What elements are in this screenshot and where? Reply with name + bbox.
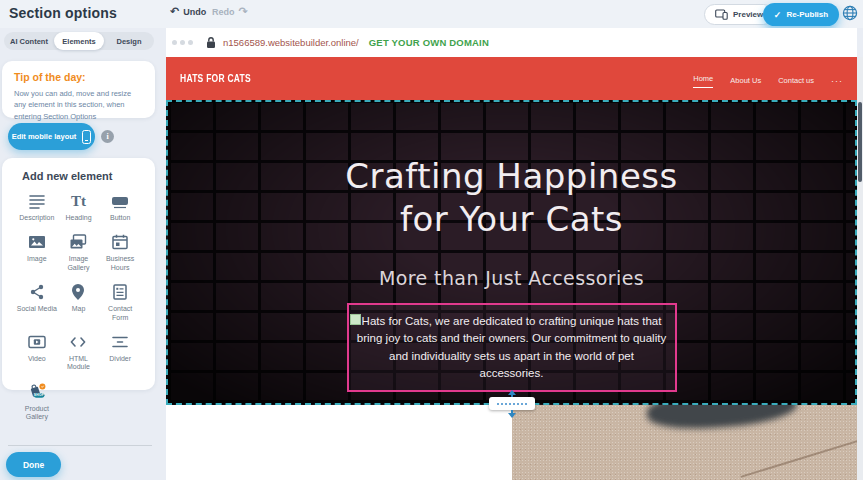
- page-title: Section options: [9, 5, 117, 21]
- element-grid: Description Tt Heading Button Ima: [16, 188, 141, 425]
- site-preview-frame: n1566589.websitebuilder.online/ GET YOUR…: [166, 28, 857, 480]
- republish-button[interactable]: ✓ Re-Publish: [763, 3, 839, 26]
- element-item-label: HTML Module: [58, 355, 100, 372]
- image-icon: [27, 232, 47, 252]
- element-item-social-media[interactable]: Social Media: [16, 279, 58, 325]
- business-hours-icon: [110, 232, 130, 252]
- add-element-panel: Add new element Description Tt Heading: [2, 158, 155, 390]
- republish-label: Re-Publish: [786, 10, 828, 19]
- tab-design[interactable]: Design: [104, 32, 154, 50]
- sidebar-tabs: AI Content Elements Design: [4, 32, 154, 50]
- edit-mobile-layout-button[interactable]: Edit mobile layout: [8, 123, 95, 150]
- check-icon: ✓: [774, 10, 782, 20]
- hero-subheading[interactable]: More than Just Accessories: [168, 267, 855, 289]
- video-icon: [27, 332, 47, 352]
- scrollbar-track[interactable]: [857, 57, 863, 480]
- redo-button[interactable]: Redo ↷: [212, 6, 248, 17]
- browser-url-bar: n1566589.websitebuilder.online/ GET YOUR…: [166, 28, 857, 57]
- hero-paragraph-text: Hats for Cats, we are dedicated to craft…: [357, 313, 667, 382]
- button-icon: [110, 191, 130, 211]
- window-dots: [172, 40, 193, 45]
- element-item-label: Heading: [65, 214, 91, 222]
- site-header: HATS FOR CATS Home About Us Contact us ·…: [166, 57, 857, 100]
- cat-silhouette: [646, 405, 798, 432]
- hero-section[interactable]: Crafting Happiness for Your Cats More th…: [166, 100, 857, 405]
- arrow-down-icon: [508, 413, 516, 418]
- html-module-icon: [68, 332, 88, 352]
- tip-title: Tip of the day:: [14, 71, 143, 83]
- language-globe-button[interactable]: [841, 4, 859, 22]
- element-item-label: Button: [110, 214, 130, 222]
- phone-icon: [82, 130, 91, 144]
- element-item-video[interactable]: Video: [16, 329, 58, 375]
- element-item-divider[interactable]: Divider: [99, 329, 141, 375]
- element-item-business-hours[interactable]: Business Hours: [99, 229, 141, 275]
- element-item-button[interactable]: Button: [99, 188, 141, 225]
- description-icon: [27, 191, 47, 211]
- element-item-label: Business Hours: [99, 255, 141, 272]
- drag-dots: [497, 403, 527, 405]
- element-item-label: Image Gallery: [58, 255, 100, 272]
- element-item-description[interactable]: Description: [16, 188, 58, 225]
- shop-tag-label: SHOP: [34, 393, 45, 397]
- nav-home[interactable]: Home: [693, 70, 713, 88]
- element-item-label: Image: [27, 255, 46, 263]
- heading-icon: Tt: [68, 191, 88, 211]
- resize-handle-pill[interactable]: [489, 397, 535, 410]
- undo-icon: ↶: [170, 6, 179, 17]
- nav-more-menu[interactable]: ···: [831, 72, 843, 86]
- get-domain-link[interactable]: GET YOUR OWN DOMAIN: [369, 37, 489, 48]
- redo-label: Redo: [212, 7, 235, 17]
- undo-button[interactable]: ↶ Undo: [170, 6, 206, 17]
- carpet-seam: [740, 426, 857, 477]
- map-icon: [68, 282, 88, 302]
- element-item-map[interactable]: Map: [58, 279, 100, 325]
- hero-heading[interactable]: Crafting Happiness for Your Cats: [322, 155, 702, 241]
- element-item-label: Product Gallery: [16, 405, 58, 422]
- devices-icon: [715, 9, 728, 20]
- site-nav: Home About Us Contact us ···: [693, 57, 843, 100]
- contact-form-icon: [110, 282, 130, 302]
- element-item-image-gallery[interactable]: Image Gallery: [58, 229, 100, 275]
- sidebar: AI Content Elements Design Tip of the da…: [0, 28, 160, 480]
- done-button[interactable]: Done: [6, 452, 61, 477]
- nav-about-us[interactable]: About Us: [730, 72, 761, 85]
- tab-ai-content[interactable]: AI Content: [4, 32, 54, 50]
- sidebar-divider: [8, 445, 152, 446]
- social-media-icon: [27, 282, 47, 302]
- app-window: Section options ↶ Undo Redo ↷ Preview ✓ …: [0, 0, 863, 480]
- info-icon[interactable]: i: [101, 130, 114, 143]
- element-item-contact-form[interactable]: Contact Form: [99, 279, 141, 325]
- selection-handle[interactable]: [350, 314, 361, 325]
- site-logo[interactable]: HATS FOR CATS: [180, 73, 251, 84]
- preview-label: Preview: [733, 10, 763, 19]
- tab-elements[interactable]: Elements: [54, 32, 104, 50]
- image-gallery-icon: [68, 232, 88, 252]
- tip-of-the-day-card: Tip of the day: Now you can add, move an…: [2, 61, 155, 118]
- tip-body: Now you can add, move and resize any ele…: [14, 88, 143, 122]
- redo-icon: ↷: [239, 6, 248, 17]
- lock-icon: [205, 36, 217, 49]
- element-item-label: Description: [19, 214, 54, 222]
- carpet-image: [512, 405, 857, 480]
- section-resize-handle[interactable]: [489, 390, 535, 418]
- site-url[interactable]: n1566589.websitebuilder.online/: [223, 37, 359, 48]
- scrollbar-thumb[interactable]: [858, 102, 862, 182]
- element-item-html-module[interactable]: HTML Module: [58, 329, 100, 375]
- element-item-label: Video: [28, 355, 46, 363]
- element-item-label: Social Media: [17, 305, 57, 313]
- element-item-product-gallery[interactable]: SHOP Product Gallery: [16, 379, 58, 425]
- element-item-heading[interactable]: Tt Heading: [58, 188, 100, 225]
- element-item-image[interactable]: Image: [16, 229, 58, 275]
- nav-contact-us[interactable]: Contact us: [778, 72, 814, 85]
- element-item-label: Contact Form: [99, 305, 141, 322]
- edit-mobile-label: Edit mobile layout: [12, 132, 77, 141]
- element-item-label: Map: [72, 305, 86, 313]
- globe-icon: [841, 4, 859, 22]
- element-item-label: Divider: [109, 355, 131, 363]
- divider-icon: [110, 332, 130, 352]
- hero-paragraph-selected[interactable]: Hats for Cats, we are dedicated to craft…: [347, 303, 677, 392]
- top-toolbar: Section options ↶ Undo Redo ↷ Preview ✓ …: [0, 0, 863, 28]
- product-gallery-icon: SHOP: [27, 382, 47, 402]
- add-element-title: Add new element: [22, 170, 141, 182]
